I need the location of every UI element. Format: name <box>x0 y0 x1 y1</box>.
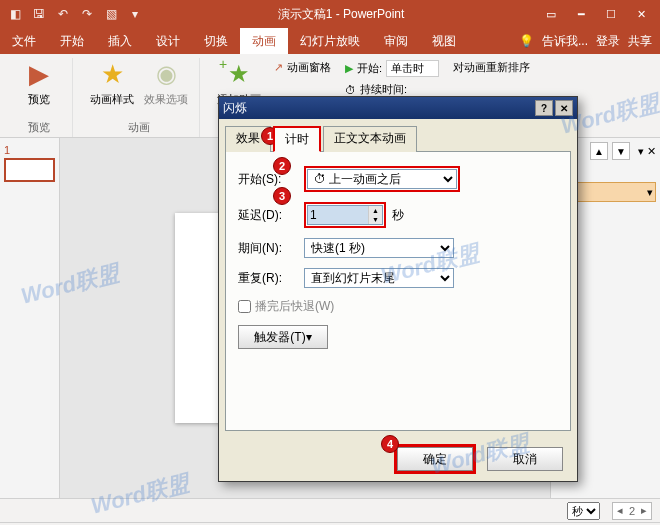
start-select-wrap: ⏱ 上一动画之后 <box>304 166 460 192</box>
thumb-number: 1 <box>4 144 55 156</box>
duration-label: 期间(N): <box>238 240 298 257</box>
style-label: 动画样式 <box>90 92 134 107</box>
login-text[interactable]: 登录 <box>596 33 620 50</box>
dialog-help-icon[interactable]: ? <box>535 100 553 116</box>
pane-icon: ↗ <box>274 61 283 74</box>
tab-animations[interactable]: 动画 <box>240 28 288 54</box>
start-row: ▶ 开始: 单击时 <box>341 58 443 79</box>
dialog-tab-textanim[interactable]: 正文文本动画 <box>323 126 417 152</box>
dialog-title-controls: ? ✕ <box>535 100 573 116</box>
effect-options-button[interactable]: ◉ 效果选项 <box>141 58 191 107</box>
tab-review[interactable]: 审阅 <box>372 28 420 54</box>
qat-dropdown-icon[interactable]: ▾ <box>124 3 146 25</box>
dialog-title: 闪烁 <box>223 100 247 117</box>
row-triggers: 触发器(T) ▾ <box>238 325 558 349</box>
item-dropdown-icon[interactable]: ▾ <box>647 186 653 199</box>
triggers-button[interactable]: 触发器(T) ▾ <box>238 325 328 349</box>
badge-3: 3 <box>273 187 291 205</box>
move-up-button[interactable]: ▲ <box>590 142 608 160</box>
duration-label: 持续时间: <box>360 82 407 97</box>
undo-icon[interactable]: ↶ <box>52 3 74 25</box>
dialog-tab-timing[interactable]: 计时 <box>273 126 321 152</box>
ok-button[interactable]: 确定 <box>397 447 473 471</box>
tab-view[interactable]: 视图 <box>420 28 468 54</box>
group-preview-label: 预览 <box>28 120 50 135</box>
tab-insert[interactable]: 插入 <box>96 28 144 54</box>
share-text[interactable]: 共享 <box>628 33 652 50</box>
redo-icon[interactable]: ↷ <box>76 3 98 25</box>
group-animation-label: 动画 <box>128 120 150 135</box>
move-down-button[interactable]: ▼ <box>612 142 630 160</box>
dialog-tabs: 效果 计时 正文文本动画 <box>225 125 571 151</box>
app-icon: ◧ <box>4 3 26 25</box>
preview-icon: ▶ <box>23 58 55 90</box>
quick-access-toolbar: ◧ 🖫 ↶ ↷ ▧ ▾ <box>4 3 146 25</box>
close-icon[interactable]: ✕ <box>626 3 656 25</box>
tab-file[interactable]: 文件 <box>0 28 48 54</box>
slide-thumbnail[interactable] <box>4 158 55 182</box>
clock-icon: ⏱ <box>345 84 356 96</box>
count-value: 2 <box>623 505 641 517</box>
window-title: 演示文稿1 - PowerPoint <box>146 6 536 23</box>
cancel-button[interactable]: 取消 <box>487 447 563 471</box>
preview-label: 预览 <box>28 92 50 107</box>
fx-label: 效果选项 <box>144 92 188 107</box>
tab-home[interactable]: 开始 <box>48 28 96 54</box>
ribbon-options-icon[interactable]: ▭ <box>536 3 566 25</box>
start-label: 开始: <box>357 61 382 76</box>
tab-slideshow[interactable]: 幻灯片放映 <box>288 28 372 54</box>
start-value[interactable]: 单击时 <box>386 60 439 77</box>
collapse-toggle[interactable]: ▾ ✕ <box>638 145 656 158</box>
row-repeat: 重复(R): 直到幻灯片末尾 <box>238 268 558 288</box>
star-icon: ★ <box>96 58 128 90</box>
tab-design[interactable]: 设计 <box>144 28 192 54</box>
play-icon: ▶ <box>345 62 353 75</box>
tab-transitions[interactable]: 切换 <box>192 28 240 54</box>
row-duration: 期间(N): 快速(1 秒) <box>238 238 558 258</box>
maximize-icon[interactable]: ☐ <box>596 3 626 25</box>
ribbon-right: 💡 告诉我... 登录 共享 <box>519 28 660 54</box>
badge-4: 4 <box>381 435 399 453</box>
delay-spinner[interactable]: ▲▼ <box>307 205 383 225</box>
tellme-icon: 💡 <box>519 34 534 48</box>
duration-select[interactable]: 快速(1 秒) <box>304 238 454 258</box>
start-select[interactable]: ⏱ 上一动画之后 <box>307 169 457 189</box>
anim-pane-footer: 秒 ◂ 2 ▸ <box>0 498 660 522</box>
preview-button[interactable]: ▶ 预览 <box>14 58 64 107</box>
badge-2: 2 <box>273 157 291 175</box>
delay-unit: 秒 <box>392 207 404 224</box>
titlebar: ◧ 🖫 ↶ ↷ ▧ ▾ 演示文稿1 - PowerPoint ▭ ━ ☐ ✕ <box>0 0 660 28</box>
start-label: 开始(S): <box>238 171 298 188</box>
delay-input[interactable] <box>308 206 368 224</box>
stepper-right-icon[interactable]: ▸ <box>641 504 647 517</box>
window-controls: ▭ ━ ☐ ✕ <box>536 3 656 25</box>
delay-label: 延迟(D): <box>238 207 298 224</box>
animation-style-button[interactable]: ★ 动画样式 <box>87 58 137 107</box>
animation-pane-button[interactable]: ↗动画窗格 <box>270 58 335 77</box>
repeat-select[interactable]: 直到幻灯片末尾 <box>304 268 454 288</box>
spin-down-icon[interactable]: ▼ <box>368 215 382 224</box>
effect-options-dialog: 闪烁 ? ✕ 效果 计时 正文文本动画 开始(S): ⏱ 上一动画之后 延迟(D… <box>218 96 578 482</box>
repeat-label: 重复(R): <box>238 270 298 287</box>
row-delay: 延迟(D): ▲▼ 秒 <box>238 202 558 228</box>
unit-select[interactable]: 秒 <box>567 502 600 520</box>
tellme-text[interactable]: 告诉我... <box>542 33 588 50</box>
reorder-label: 对动画重新排序 <box>449 58 534 77</box>
save-icon[interactable]: 🖫 <box>28 3 50 25</box>
count-stepper[interactable]: ◂ 2 ▸ <box>612 502 652 520</box>
pane-label: 动画窗格 <box>287 60 331 75</box>
dialog-close-icon[interactable]: ✕ <box>555 100 573 116</box>
minimize-icon[interactable]: ━ <box>566 3 596 25</box>
delay-spinner-wrap: ▲▼ <box>304 202 386 228</box>
rewind-checkbox[interactable] <box>238 300 251 313</box>
rewind-label: 播完后快退(W) <box>255 298 334 315</box>
group-animation: ★ 动画样式 ◉ 效果选项 动画 <box>79 58 200 137</box>
effect-icon: ◉ <box>150 58 182 90</box>
group-preview: ▶ 预览 预览 <box>6 58 73 137</box>
ribbon-tabs: 文件 开始 插入 设计 切换 动画 幻灯片放映 审阅 视图 💡 告诉我... 登… <box>0 28 660 54</box>
slide-thumbnail-panel: 1 <box>0 138 60 498</box>
row-rewind: 播完后快退(W) <box>238 298 558 315</box>
start-slideshow-icon[interactable]: ▧ <box>100 3 122 25</box>
spin-up-icon[interactable]: ▲ <box>368 206 382 215</box>
add-star-icon: ★+ <box>223 58 255 90</box>
